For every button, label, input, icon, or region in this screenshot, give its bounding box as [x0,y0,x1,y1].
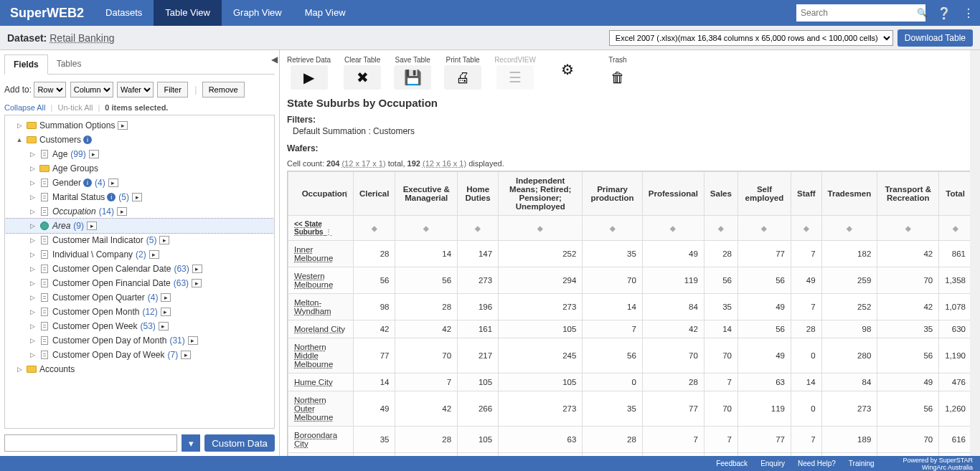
dataset-name[interactable]: Retail Banking [50,32,114,44]
sort-icon[interactable]: ◆ [642,216,704,241]
download-table-button[interactable]: Download Table [897,29,973,47]
toolbar-settings[interactable]: ⚙ [549,56,586,90]
info-icon[interactable]: i [107,193,116,201]
tree-node[interactable]: ▷Customer Open Week(53)▸ [5,319,274,333]
column-header[interactable]: Staff [791,172,821,216]
column-header[interactable]: Self employed [738,172,791,216]
tree-node[interactable]: ▷Customer Open Quarter(4)▸ [5,290,274,305]
row-header[interactable]: Melton-Wyndham [288,294,354,320]
export-format-select[interactable]: Excel 2007 (.xlsx)(max 16,384 columns x … [609,30,893,46]
expand-icon[interactable]: ▷ [28,308,37,315]
expand-icon[interactable]: ▲ [15,136,24,143]
go-icon[interactable]: ▸ [149,250,159,259]
go-icon[interactable]: ▸ [118,121,128,130]
row-header[interactable]: Western Melbourne [288,267,354,294]
kebab-menu-icon[interactable]: ⋮ [957,6,980,20]
go-icon[interactable]: ▸ [132,193,142,201]
row-header[interactable]: Moreland City [288,320,354,338]
tree-node[interactable]: ▲Customersi [5,133,274,147]
row-dimension-header[interactable]: << State Suburbs ⋮ [288,216,354,241]
collapse-all-link[interactable]: Collapse All [4,103,45,112]
expand-icon[interactable]: ▷ [28,251,37,258]
tree-node[interactable]: ▷Customer Open Day of Month(31)▸ [5,333,274,348]
column-header[interactable]: Tradesmen [821,172,877,216]
expand-icon[interactable]: ▷ [28,179,37,186]
go-icon[interactable]: ▸ [188,336,198,345]
tree-node[interactable]: ▷Customer Open Financial Date(63)▸ [5,276,274,290]
info-icon[interactable]: i [83,179,92,187]
nav-tab-datasets[interactable]: Datasets [94,0,154,26]
row-header[interactable]: Boroondara City [288,427,354,453]
toolbar-print-table[interactable]: Print Table🖨 [444,56,481,90]
sort-icon[interactable]: ◆ [499,216,583,241]
toolbar-trash[interactable]: Trash🗑 [599,56,636,90]
nav-tab-graph-view[interactable]: Graph View [222,0,293,26]
go-icon[interactable]: ▸ [192,265,202,273]
sidebar-collapse-icon[interactable]: ◀ [271,54,278,65]
column-header[interactable]: Clerical [353,172,395,216]
expand-icon[interactable]: ▷ [15,122,24,129]
toolbar-save-table[interactable]: Save Table💾 [394,56,431,90]
expand-icon[interactable]: ▷ [28,323,37,330]
row-header[interactable]: Northern Middle Melbourne [288,338,354,374]
sort-icon[interactable]: ◆ [353,216,395,241]
sort-icon[interactable]: ◆ [738,216,791,241]
expand-icon[interactable]: ▷ [28,237,37,244]
row-header[interactable]: Hume City [288,374,354,391]
sidebar-filter-icon[interactable]: ▾ [182,434,200,452]
sidebar-tab-fields[interactable]: Fields [4,54,48,75]
go-icon[interactable]: ▸ [159,322,169,330]
toolbar-clear-table[interactable]: Clear Table✖ [344,56,381,90]
sort-icon[interactable]: ◆ [395,216,458,241]
scrollbar[interactable] [970,50,980,456]
tree-node[interactable]: ▷Individual \ Company(2)▸ [5,247,274,262]
expand-icon[interactable]: ▷ [28,294,37,301]
expand-icon[interactable]: ▷ [28,337,37,344]
tree-node[interactable]: ▷Age(99)▸ [5,147,274,161]
row-header[interactable]: Northern Outer Melbourne [288,391,354,427]
nav-tab-table-view[interactable]: Table View [154,0,222,26]
go-icon[interactable]: ▸ [161,293,171,302]
addto-row-select[interactable]: Row [34,82,66,97]
column-header[interactable]: Sales [704,172,738,216]
sidebar-tab-tables[interactable]: Tables [48,54,90,74]
help-icon[interactable]: ❔ [931,6,957,20]
go-icon[interactable]: ▸ [108,179,118,187]
column-header[interactable]: Independent Means; Retired; Pensioner; U… [499,172,583,216]
tree-node[interactable]: ▷Customer Open Day of Week(7)▸ [5,348,274,362]
column-header[interactable]: Professional [642,172,704,216]
expand-icon[interactable]: ▷ [28,351,37,358]
expand-icon[interactable]: ▷ [28,208,37,215]
expand-icon[interactable]: ▷ [28,222,37,229]
expand-icon[interactable]: ▷ [28,280,37,287]
tree-node[interactable]: ▷Summation Options▸ [5,118,274,133]
column-header[interactable]: Home Duties [458,172,499,216]
go-icon[interactable]: ▸ [87,222,97,230]
sort-icon[interactable]: ◆ [939,216,972,241]
tree-node[interactable]: ▷Genderi(4)▸ [5,176,274,190]
info-icon[interactable]: i [83,135,92,144]
tree-node[interactable]: ▷Age Groups [5,161,274,176]
column-header[interactable]: Primary production [583,172,642,216]
sort-icon[interactable]: ◆ [704,216,738,241]
expand-icon[interactable]: ▷ [28,265,37,272]
tree-node[interactable]: ▷Customer Mail Indicator(5)▸ [5,233,274,247]
go-icon[interactable]: ▸ [181,351,191,359]
search-icon[interactable]: 🔍 [913,8,932,18]
column-header[interactable]: Executive & Managerial [395,172,458,216]
filter-button[interactable]: Filter [157,82,187,97]
tree-node[interactable]: ▷Customer Open Month(12)▸ [5,305,274,319]
go-icon[interactable]: ▸ [161,308,171,316]
tree-node[interactable]: ▷Occupation(14)▸ [5,204,274,219]
go-icon[interactable]: ▸ [192,279,202,287]
column-header[interactable]: Transport & Recreation [877,172,939,216]
column-header[interactable]: Total [939,172,972,216]
tree-node[interactable]: ▷Accounts [5,362,274,376]
custom-data-button[interactable]: Custom Data [204,434,275,452]
row-header[interactable]: Inner Melbourne [288,241,354,267]
toolbar-retrieve-data[interactable]: Retrieve Data▶ [287,56,331,90]
tree-node[interactable]: ▷Marital Statusi(5)▸ [5,190,274,204]
go-icon[interactable]: ▸ [159,236,169,244]
go-icon[interactable]: ▸ [117,207,127,216]
go-icon[interactable]: ▸ [89,150,99,158]
